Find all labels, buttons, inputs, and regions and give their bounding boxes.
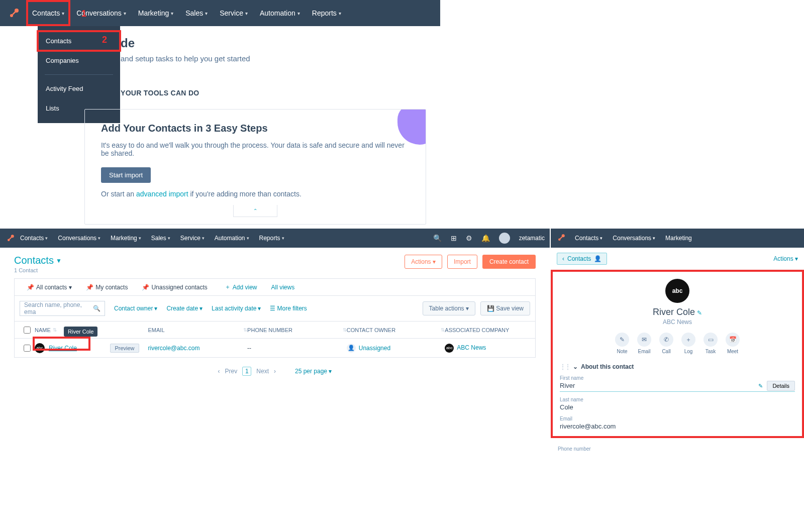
filter-create-date[interactable]: Create date▾ xyxy=(166,305,203,312)
dropdown-divider xyxy=(45,74,113,75)
actions-dropdown[interactable]: Actions ▾ xyxy=(773,255,798,262)
view-tabs: 📌All contacts▾ 📌My contacts 📌Unassigned … xyxy=(14,278,536,295)
dropdown-item-activity-feed[interactable]: Activity Feed xyxy=(38,79,120,98)
pager-current-page[interactable]: 1 xyxy=(242,367,251,376)
edit-pencil-icon[interactable]: ✎ xyxy=(758,383,763,389)
contact-email[interactable]: rivercole@abc.com xyxy=(148,345,248,352)
collapse-toggle[interactable]: ⌃ xyxy=(233,205,277,217)
filter-more[interactable]: ☰More filters xyxy=(270,305,307,312)
start-import-button[interactable]: Start import xyxy=(101,167,151,183)
chevron-down-icon: ▾ xyxy=(205,11,208,16)
action-task[interactable]: ▭Task xyxy=(703,333,718,354)
filter-contact-owner[interactable]: Contact owner▾ xyxy=(114,305,157,312)
pager-prev-caret[interactable]: ‹ xyxy=(218,368,220,375)
nav-item-marketing[interactable]: Marketing▾ xyxy=(132,0,179,26)
pager-prev[interactable]: Prev xyxy=(225,368,238,375)
caret-down-icon: ▾ xyxy=(69,284,72,291)
svg-line-2 xyxy=(13,12,16,15)
tab-all-contacts[interactable]: 📌All contacts▾ xyxy=(20,279,79,296)
create-contact-button[interactable]: Create contact xyxy=(482,255,536,269)
edit-pencil-icon[interactable]: ✎ xyxy=(697,309,702,316)
chevron-down-icon: ▾ xyxy=(124,11,126,16)
nav-item-contacts[interactable]: Contacts▾ xyxy=(570,235,608,242)
pager-next-caret[interactable]: › xyxy=(274,368,276,375)
pager-per-page[interactable]: 25 per page ▾ xyxy=(295,368,332,375)
tab-add-view[interactable]: ＋Add view xyxy=(218,279,264,296)
caret-down-icon: ▾ xyxy=(154,305,157,312)
action-call[interactable]: ✆Call xyxy=(659,333,673,354)
contact-avatar: abc xyxy=(35,343,45,353)
action-meet[interactable]: 📅Meet xyxy=(726,333,740,354)
tab-unassigned-contacts[interactable]: 📌Unassigned contacts xyxy=(135,279,214,296)
about-section-header[interactable]: ⋮⋮ ⌄ About this contact xyxy=(560,363,795,370)
action-note[interactable]: ✎Note xyxy=(615,333,629,354)
card-title: Add Your Contacts in 3 Easy Steps xyxy=(101,123,410,134)
note-icon: ✎ xyxy=(615,333,629,347)
drag-handle-icon[interactable]: ⋮⋮ xyxy=(560,363,570,370)
column-associated-company[interactable]: ASSOCIATED COMPANY xyxy=(445,327,530,333)
nav-item-conversations[interactable]: Conversations▾ xyxy=(70,0,132,26)
nav-item-service[interactable]: Service▾ xyxy=(214,0,254,26)
nav-item-automation[interactable]: Automation▾ xyxy=(254,0,306,26)
import-button[interactable]: Import xyxy=(447,255,477,269)
tab-all-views[interactable]: All views xyxy=(264,279,302,296)
annotation-step-2: 2 xyxy=(102,35,107,45)
column-contact-owner[interactable]: CONTACT OWNER ⇅ xyxy=(347,327,445,333)
contact-name-link[interactable]: River Cole xyxy=(49,345,77,352)
user-name[interactable]: zetamatic xyxy=(519,235,545,242)
nav-item-marketing[interactable]: Marketing xyxy=(660,235,697,242)
tab-my-contacts[interactable]: 📌My contacts xyxy=(79,279,135,296)
nav-item-conversations[interactable]: Conversations▾ xyxy=(53,229,106,248)
table-actions-button[interactable]: Table actions ▾ xyxy=(423,301,475,315)
screenshot-1-nav-dropdown: Contacts▾ Conversations▾ Marketing▾ Sale… xyxy=(0,0,440,220)
settings-gear-icon[interactable]: ⚙ xyxy=(466,234,472,242)
nav-item-service[interactable]: Service▾ xyxy=(175,229,210,248)
dropdown-item-contacts[interactable]: Contacts xyxy=(38,31,120,51)
nav-item-contacts[interactable]: Contacts▾ xyxy=(15,229,53,248)
screenshot-3-contact-detail: Contacts▾ Conversations▾ Marketing ‹Cont… xyxy=(551,229,804,440)
select-all-checkbox[interactable] xyxy=(24,327,31,334)
card-body: It's easy to do and we'll walk you throu… xyxy=(101,141,410,157)
action-email[interactable]: ✉Email xyxy=(637,333,651,354)
chevron-down-icon: ▾ xyxy=(297,11,300,16)
sort-icon: ⇅ xyxy=(53,327,57,333)
search-icon[interactable]: 🔍 xyxy=(433,234,442,242)
save-view-button[interactable]: 💾 Save view xyxy=(480,301,530,315)
field-value-last-name[interactable]: Cole xyxy=(560,403,795,411)
onboarding-card: Add Your Contacts in 3 Easy Steps It's e… xyxy=(84,109,426,225)
marketplace-icon[interactable]: ⊞ xyxy=(451,234,457,242)
field-value-email[interactable]: rivercole@abc.com xyxy=(560,422,795,430)
notifications-bell-icon[interactable]: 🔔 xyxy=(481,234,490,242)
nav-item-conversations[interactable]: Conversations▾ xyxy=(608,235,660,242)
user-avatar[interactable] xyxy=(499,233,510,244)
details-button[interactable]: Details xyxy=(767,381,795,391)
column-phone[interactable]: PHONE NUMBER ⇅ xyxy=(247,327,347,333)
advanced-import-link[interactable]: advanced import xyxy=(136,190,188,198)
nav-item-reports[interactable]: Reports▾ xyxy=(306,0,347,26)
row-checkbox[interactable] xyxy=(24,345,31,352)
back-to-contacts-button[interactable]: ‹Contacts👤 xyxy=(557,253,607,265)
associated-company[interactable]: abcABC News xyxy=(445,344,530,353)
nav-item-marketing[interactable]: Marketing▾ xyxy=(106,229,146,248)
svg-line-5 xyxy=(10,237,12,240)
column-email[interactable]: EMAIL ⇅ xyxy=(148,327,248,333)
nav-item-reports[interactable]: Reports▾ xyxy=(254,229,289,248)
search-input[interactable]: Search name, phone, ema🔍 xyxy=(20,301,105,316)
action-log[interactable]: ＋Log xyxy=(681,333,695,354)
page-title[interactable]: Contacts▼ xyxy=(14,255,62,266)
preview-button[interactable]: Preview xyxy=(110,344,139,353)
filter-last-activity[interactable]: Last activity date▾ xyxy=(212,305,261,312)
dropdown-item-companies[interactable]: Companies xyxy=(38,51,120,70)
phone-icon: ✆ xyxy=(659,333,673,347)
nav-item-sales[interactable]: Sales▾ xyxy=(146,229,175,248)
actions-button[interactable]: Actions ▾ xyxy=(405,255,442,269)
pin-icon: 📌 xyxy=(27,284,34,291)
nav-item-contacts[interactable]: Contacts▾ xyxy=(26,0,70,26)
nav-item-sales[interactable]: Sales▾ xyxy=(179,0,214,26)
pager-next[interactable]: Next xyxy=(256,368,269,375)
chevron-down-icon: ▾ xyxy=(171,11,173,16)
nav-item-automation[interactable]: Automation▾ xyxy=(210,229,254,248)
contact-owner[interactable]: 👤Unassigned xyxy=(347,344,445,353)
filter-icon: ☰ xyxy=(270,305,275,312)
contact-phone: -- xyxy=(247,345,347,352)
